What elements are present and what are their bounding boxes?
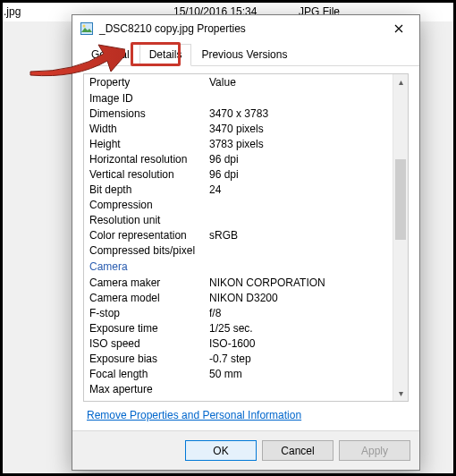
list-row[interactable]: Width3470 pixels <box>84 121 393 136</box>
scroll-up-icon[interactable]: ▴ <box>393 74 408 89</box>
apply-button[interactable]: Apply <box>339 440 410 461</box>
value-cell: f/8 <box>209 307 393 319</box>
tab-content: Property Value Image IDDimensions3470 x … <box>72 66 419 430</box>
value-cell: ISO-1600 <box>209 337 393 350</box>
scroll-thumb[interactable] <box>395 159 406 240</box>
value-cell: 3470 x 3783 <box>209 107 393 120</box>
property-cell: Color representation <box>84 229 209 242</box>
list-row[interactable]: Max aperture <box>84 381 393 396</box>
close-icon <box>394 24 403 33</box>
list-row[interactable]: Focal length50 mm <box>84 366 393 381</box>
value-cell: NIKON CORPORATION <box>209 276 393 289</box>
property-cell: Exposure time <box>84 322 209 335</box>
list-row[interactable]: ISO speedISO-1600 <box>84 336 393 351</box>
list-row[interactable]: Compressed bits/pixel <box>84 242 393 258</box>
properties-dialog: _DSC8210 copy.jpg Properties General Det… <box>72 14 420 471</box>
list-row[interactable]: Dimensions3470 x 3783 <box>84 106 393 121</box>
list-row[interactable]: Height3783 pixels <box>84 136 393 151</box>
property-cell: Bit depth <box>84 183 209 196</box>
tab-details[interactable]: Details <box>139 44 192 66</box>
value-cell: 50 mm <box>209 368 393 380</box>
value-cell: 96 dpi <box>209 168 393 181</box>
property-cell: Compression <box>84 199 209 211</box>
list-row[interactable]: Image ID <box>84 90 393 106</box>
list-row[interactable]: F-stopf/8 <box>84 305 393 320</box>
value-cell: sRGB <box>209 229 393 242</box>
section-camera: Camera <box>84 258 393 275</box>
header-property: Property <box>84 76 209 89</box>
value-cell: 3470 pixels <box>209 123 393 135</box>
value-cell: 96 dpi <box>209 153 393 166</box>
scrollbar[interactable]: ▴ ▾ <box>393 74 408 401</box>
value-cell: 3783 pixels <box>209 138 393 150</box>
details-list[interactable]: Property Value Image IDDimensions3470 x … <box>83 73 409 402</box>
close-button[interactable] <box>384 17 414 40</box>
svg-point-1 <box>83 25 86 28</box>
property-cell: Camera model <box>84 292 209 304</box>
list-row[interactable]: Horizontal resolution96 dpi <box>84 151 393 166</box>
cancel-button[interactable]: Cancel <box>262 440 334 461</box>
tab-general[interactable]: General <box>81 44 139 65</box>
value-cell: 24 <box>209 183 393 196</box>
property-cell: Exposure bias <box>84 353 209 365</box>
tab-previous-versions[interactable]: Previous Versions <box>191 44 297 65</box>
property-cell: Width <box>84 123 209 135</box>
property-cell: Image ID <box>84 92 209 105</box>
property-cell: Resolution unit <box>84 214 209 226</box>
list-row[interactable]: Resolution unit <box>84 212 393 227</box>
property-cell: Compressed bits/pixel <box>84 244 209 257</box>
value-cell: -0.7 step <box>209 353 393 365</box>
dialog-buttons: OK Cancel Apply <box>72 430 419 470</box>
image-file-icon <box>80 21 94 36</box>
value-cell: NIKON D3200 <box>209 292 393 304</box>
list-row[interactable]: Vertical resolution96 dpi <box>84 166 393 182</box>
property-cell: Max aperture <box>84 383 209 395</box>
ok-button[interactable]: OK <box>185 440 257 461</box>
property-cell: Camera maker <box>84 276 209 289</box>
remove-properties-link[interactable]: Remove Properties and Personal Informati… <box>87 409 301 421</box>
property-cell: Focal length <box>84 368 209 380</box>
dialog-title: _DSC8210 copy.jpg Properties <box>99 22 384 35</box>
property-cell: Height <box>84 138 209 150</box>
titlebar[interactable]: _DSC8210 copy.jpg Properties <box>72 15 419 42</box>
list-header: Property Value <box>84 74 393 90</box>
tabs: General Details Previous Versions <box>72 42 419 66</box>
svg-rect-0 <box>81 23 93 35</box>
header-value: Value <box>209 76 393 89</box>
property-cell: Vertical resolution <box>84 168 209 181</box>
list-row[interactable]: Exposure bias-0.7 step <box>84 351 393 366</box>
list-row[interactable]: Exposure time1/25 sec. <box>84 320 393 336</box>
list-row[interactable]: Camera modelNIKON D3200 <box>84 290 393 305</box>
list-row[interactable]: Bit depth24 <box>84 182 393 197</box>
list-row[interactable]: Camera makerNIKON CORPORATION <box>84 275 393 290</box>
property-cell: F-stop <box>84 307 209 319</box>
value-cell: 1/25 sec. <box>209 322 393 335</box>
property-cell: Horizontal resolution <box>84 153 209 166</box>
scroll-down-icon[interactable]: ▾ <box>393 386 408 401</box>
list-row[interactable]: Color representationsRGB <box>84 227 393 242</box>
property-cell: Dimensions <box>84 107 209 120</box>
property-cell: ISO speed <box>84 337 209 350</box>
list-row[interactable]: Compression <box>84 197 393 212</box>
